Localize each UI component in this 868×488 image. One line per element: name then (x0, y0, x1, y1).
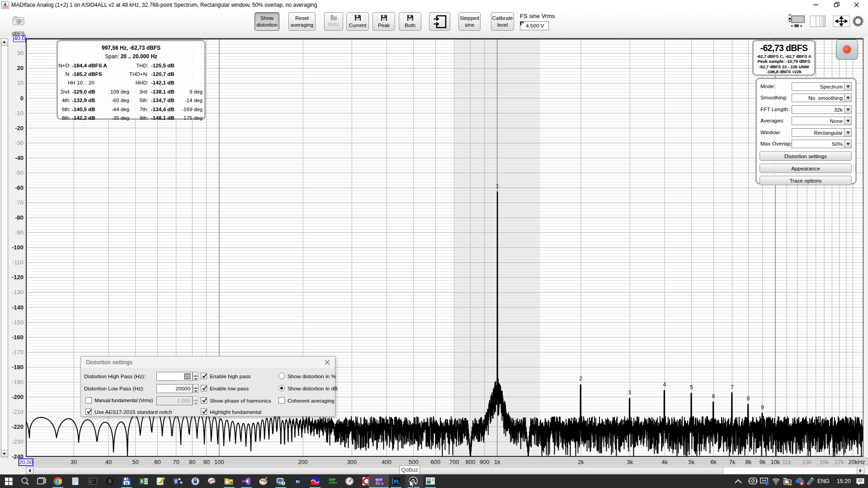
svg-text:-210: -210 (12, 408, 24, 415)
svg-text:4k: 4k (661, 459, 668, 465)
svg-text:-180: -180 (12, 364, 24, 371)
svg-text:5k: 5k (689, 459, 695, 465)
svg-text:-160: -160 (12, 334, 24, 341)
svg-text:5: 5 (690, 384, 693, 390)
svg-text:30: 30 (71, 459, 77, 465)
svg-text:9k: 9k (760, 459, 766, 465)
svg-text:70: 70 (173, 459, 179, 465)
svg-text:400: 400 (382, 459, 392, 465)
svg-text:1k: 1k (494, 459, 500, 465)
svg-text:-90: -90 (15, 229, 24, 236)
svg-text:20kHz: 20kHz (849, 459, 865, 465)
svg-text:-230: -230 (12, 438, 24, 445)
svg-text:-50: -50 (15, 169, 24, 176)
svg-text:REW: REW (375, 478, 382, 481)
svg-text:20: 20 (17, 65, 24, 71)
svg-text:C:\: C:\ (90, 479, 94, 483)
svg-text:Br: Br (296, 479, 300, 484)
svg-text:-110: -110 (12, 259, 24, 266)
svg-text:90: 90 (203, 459, 209, 465)
svg-text:17k: 17k (835, 459, 844, 465)
svg-text:10: 10 (17, 80, 24, 86)
svg-text:X: X (140, 479, 143, 484)
svg-text:-170: -170 (12, 349, 24, 356)
svg-text:7: 7 (731, 384, 734, 390)
svg-text:500: 500 (409, 459, 419, 465)
svg-text:-220: -220 (12, 423, 24, 430)
svg-text:1: 1 (496, 183, 499, 189)
svg-text:700: 700 (449, 459, 459, 465)
svg-text:-100: -100 (12, 244, 24, 251)
svg-text:-10: -10 (15, 110, 24, 117)
svg-text:8: 8 (747, 395, 750, 402)
svg-text:-70: -70 (15, 199, 24, 206)
svg-text:4: 4 (663, 381, 666, 388)
svg-text:300: 300 (347, 459, 357, 465)
svg-text:8k: 8k (745, 459, 751, 465)
svg-text:-120: -120 (12, 274, 24, 281)
svg-text:10k: 10k (770, 459, 780, 465)
svg-text:3: 3 (628, 389, 631, 396)
svg-text:64: 64 (125, 482, 128, 485)
svg-text:2: 2 (579, 375, 582, 382)
svg-text:-60: -60 (15, 184, 24, 191)
svg-text:100: 100 (214, 459, 224, 465)
svg-text:6k: 6k (711, 459, 717, 465)
svg-text:-20: -20 (15, 125, 24, 131)
svg-text:-140: -140 (12, 304, 24, 311)
svg-text:-40: -40 (15, 155, 24, 161)
svg-text:PL: PL (394, 479, 400, 484)
svg-text:30: 30 (17, 50, 24, 56)
svg-text:20,00: 20,00 (19, 459, 33, 465)
svg-text:11k: 11k (782, 459, 791, 465)
svg-text:-150: -150 (12, 319, 24, 326)
svg-text:-80: -80 (15, 214, 24, 221)
svg-text:9: 9 (761, 404, 764, 411)
svg-text:7k: 7k (729, 459, 736, 465)
svg-text:2k: 2k (578, 459, 584, 465)
svg-text:13k: 13k (802, 459, 811, 465)
svg-text:600: 600 (431, 459, 441, 465)
svg-text:80: 80 (189, 459, 195, 465)
svg-text:-130: -130 (12, 289, 24, 296)
svg-text:-200: -200 (12, 394, 24, 400)
svg-text:6: 6 (712, 393, 715, 399)
svg-text:-30: -30 (15, 140, 24, 146)
svg-text:DSP: DSP (329, 478, 336, 481)
svg-text:60: 60 (154, 459, 160, 465)
svg-text:50: 50 (132, 459, 138, 465)
svg-text:S: S (108, 479, 112, 484)
svg-text:800: 800 (465, 459, 475, 465)
svg-text:15k: 15k (820, 459, 829, 465)
svg-text:40: 40 (105, 459, 112, 465)
svg-text:900: 900 (480, 459, 490, 465)
svg-text:200: 200 (298, 459, 308, 465)
svg-text:0: 0 (20, 95, 24, 102)
svg-text:V: V (175, 479, 178, 484)
svg-text:3k: 3k (627, 459, 633, 465)
svg-text:-190: -190 (12, 379, 24, 385)
